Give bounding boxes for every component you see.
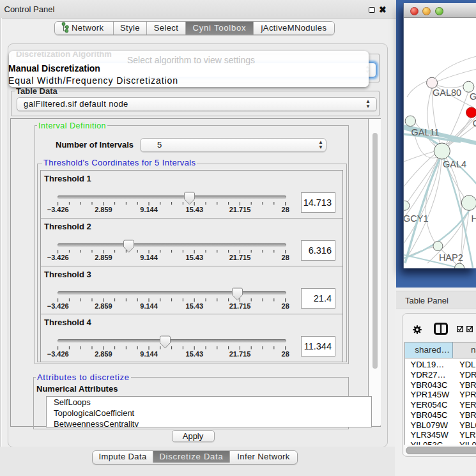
svg-text:GAL11: GAL11	[411, 127, 440, 137]
svg-text:HAP2: HAP2	[439, 252, 463, 263]
svg-text:GCY1: GCY1	[404, 213, 429, 224]
svg-text:GAL4: GAL4	[443, 159, 466, 169]
svg-text:GA: GA	[470, 91, 476, 102]
svg-text:C: C	[473, 118, 476, 128]
svg-text:H: H	[471, 213, 476, 224]
svg-text:GAL80: GAL80	[433, 88, 461, 98]
